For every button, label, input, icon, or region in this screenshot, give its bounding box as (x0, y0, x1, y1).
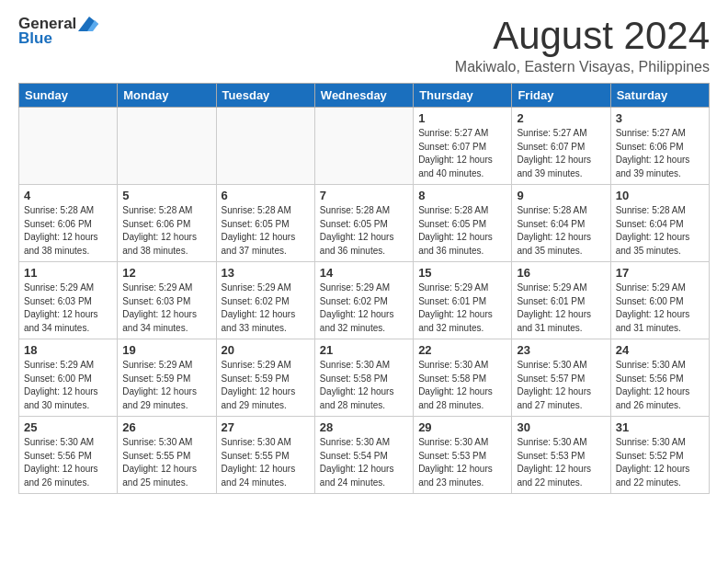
calendar-cell (314, 108, 413, 185)
day-number: 7 (320, 189, 408, 202)
day-info: Sunrise: 5:29 AM Sunset: 6:02 PM Dayligh… (320, 282, 408, 335)
header-friday: Friday (512, 84, 610, 108)
day-number: 15 (418, 266, 506, 280)
day-number: 9 (517, 189, 605, 202)
header-monday: Monday (118, 84, 216, 108)
day-info: Sunrise: 5:30 AM Sunset: 5:54 PM Dayligh… (320, 436, 408, 489)
calendar-cell: 22Sunrise: 5:30 AM Sunset: 5:58 PM Dayli… (414, 339, 512, 417)
day-info: Sunrise: 5:28 AM Sunset: 6:05 PM Dayligh… (320, 204, 408, 258)
day-number: 5 (122, 189, 210, 202)
day-number: 30 (517, 420, 605, 434)
day-number: 8 (418, 189, 506, 202)
day-info: Sunrise: 5:30 AM Sunset: 5:58 PM Dayligh… (320, 359, 408, 412)
location: Makiwalo, Eastern Visayas, Philippines (455, 59, 710, 75)
day-number: 1 (418, 111, 506, 125)
day-info: Sunrise: 5:30 AM Sunset: 5:53 PM Dayligh… (517, 436, 605, 489)
calendar-cell: 13Sunrise: 5:29 AM Sunset: 6:02 PM Dayli… (216, 262, 314, 339)
week-row-3: 11Sunrise: 5:29 AM Sunset: 6:03 PM Dayli… (19, 262, 710, 339)
calendar-cell: 28Sunrise: 5:30 AM Sunset: 5:54 PM Dayli… (314, 417, 413, 494)
calendar-cell: 18Sunrise: 5:29 AM Sunset: 6:00 PM Dayli… (19, 339, 118, 417)
header-sunday: Sunday (19, 84, 118, 108)
day-info: Sunrise: 5:30 AM Sunset: 5:55 PM Dayligh… (222, 436, 310, 489)
calendar-cell: 12Sunrise: 5:29 AM Sunset: 6:03 PM Dayli… (118, 262, 216, 339)
day-number: 4 (24, 189, 112, 202)
day-info: Sunrise: 5:29 AM Sunset: 5:59 PM Dayligh… (122, 359, 210, 412)
calendar-cell: 19Sunrise: 5:29 AM Sunset: 5:59 PM Dayli… (118, 339, 216, 417)
day-number: 3 (616, 111, 704, 125)
calendar: SundayMondayTuesdayWednesdayThursdayFrid… (18, 83, 710, 494)
day-info: Sunrise: 5:29 AM Sunset: 6:02 PM Dayligh… (222, 282, 310, 335)
calendar-cell: 6Sunrise: 5:28 AM Sunset: 6:05 PM Daylig… (216, 185, 314, 262)
logo-icon (78, 17, 98, 31)
header-saturday: Saturday (610, 84, 709, 108)
calendar-cell: 31Sunrise: 5:30 AM Sunset: 5:52 PM Dayli… (610, 417, 709, 494)
day-number: 20 (222, 343, 310, 357)
day-number: 16 (517, 266, 605, 280)
calendar-cell: 21Sunrise: 5:30 AM Sunset: 5:58 PM Dayli… (314, 339, 413, 417)
day-info: Sunrise: 5:29 AM Sunset: 6:00 PM Dayligh… (616, 282, 704, 335)
calendar-cell: 5Sunrise: 5:28 AM Sunset: 6:06 PM Daylig… (118, 185, 216, 262)
day-info: Sunrise: 5:29 AM Sunset: 6:03 PM Dayligh… (24, 282, 112, 335)
day-number: 22 (418, 343, 506, 357)
day-number: 21 (320, 343, 408, 357)
calendar-cell (118, 108, 216, 185)
day-info: Sunrise: 5:30 AM Sunset: 5:52 PM Dayligh… (616, 436, 704, 489)
day-number: 13 (222, 266, 310, 280)
day-number: 28 (320, 420, 408, 434)
title-block: August 2024 Makiwalo, Eastern Visayas, P… (455, 15, 710, 75)
day-info: Sunrise: 5:30 AM Sunset: 5:56 PM Dayligh… (24, 436, 112, 489)
day-number: 6 (222, 189, 310, 202)
calendar-cell: 10Sunrise: 5:28 AM Sunset: 6:04 PM Dayli… (610, 185, 709, 262)
calendar-cell: 7Sunrise: 5:28 AM Sunset: 6:05 PM Daylig… (314, 185, 413, 262)
logo-blue: Blue (18, 29, 52, 48)
calendar-body: 1Sunrise: 5:27 AM Sunset: 6:07 PM Daylig… (19, 108, 710, 494)
day-info: Sunrise: 5:27 AM Sunset: 6:07 PM Dayligh… (517, 127, 605, 180)
day-info: Sunrise: 5:29 AM Sunset: 6:01 PM Dayligh… (418, 282, 506, 335)
calendar-cell: 2Sunrise: 5:27 AM Sunset: 6:07 PM Daylig… (512, 108, 610, 185)
calendar-cell: 29Sunrise: 5:30 AM Sunset: 5:53 PM Dayli… (414, 417, 512, 494)
day-info: Sunrise: 5:29 AM Sunset: 6:03 PM Dayligh… (122, 282, 210, 335)
day-info: Sunrise: 5:30 AM Sunset: 5:56 PM Dayligh… (616, 359, 704, 412)
calendar-cell: 4Sunrise: 5:28 AM Sunset: 6:06 PM Daylig… (19, 185, 118, 262)
day-number: 18 (24, 343, 112, 357)
day-info: Sunrise: 5:28 AM Sunset: 6:04 PM Dayligh… (517, 204, 605, 258)
day-number: 14 (320, 266, 408, 280)
day-info: Sunrise: 5:30 AM Sunset: 5:58 PM Dayligh… (418, 359, 506, 412)
month-title: August 2024 (455, 15, 710, 57)
calendar-cell: 20Sunrise: 5:29 AM Sunset: 5:59 PM Dayli… (216, 339, 314, 417)
day-info: Sunrise: 5:28 AM Sunset: 6:05 PM Dayligh… (418, 204, 506, 258)
calendar-cell: 15Sunrise: 5:29 AM Sunset: 6:01 PM Dayli… (414, 262, 512, 339)
day-info: Sunrise: 5:29 AM Sunset: 6:01 PM Dayligh… (517, 282, 605, 335)
day-number: 17 (616, 266, 704, 280)
day-info: Sunrise: 5:30 AM Sunset: 5:53 PM Dayligh… (418, 436, 506, 489)
day-info: Sunrise: 5:27 AM Sunset: 6:07 PM Dayligh… (418, 127, 506, 180)
day-number: 27 (222, 420, 310, 434)
calendar-cell: 17Sunrise: 5:29 AM Sunset: 6:00 PM Dayli… (610, 262, 709, 339)
day-number: 11 (24, 266, 112, 280)
calendar-cell: 14Sunrise: 5:29 AM Sunset: 6:02 PM Dayli… (314, 262, 413, 339)
day-info: Sunrise: 5:28 AM Sunset: 6:06 PM Dayligh… (122, 204, 210, 258)
day-info: Sunrise: 5:28 AM Sunset: 6:06 PM Dayligh… (24, 204, 112, 258)
calendar-cell: 9Sunrise: 5:28 AM Sunset: 6:04 PM Daylig… (512, 185, 610, 262)
calendar-cell (216, 108, 314, 185)
week-row-2: 4Sunrise: 5:28 AM Sunset: 6:06 PM Daylig… (19, 185, 710, 262)
calendar-cell (19, 108, 118, 185)
calendar-cell: 23Sunrise: 5:30 AM Sunset: 5:57 PM Dayli… (512, 339, 610, 417)
day-number: 2 (517, 111, 605, 125)
week-row-5: 25Sunrise: 5:30 AM Sunset: 5:56 PM Dayli… (19, 417, 710, 494)
day-number: 23 (517, 343, 605, 357)
calendar-cell: 30Sunrise: 5:30 AM Sunset: 5:53 PM Dayli… (512, 417, 610, 494)
week-row-4: 18Sunrise: 5:29 AM Sunset: 6:00 PM Dayli… (19, 339, 710, 417)
day-number: 29 (418, 420, 506, 434)
day-info: Sunrise: 5:29 AM Sunset: 6:00 PM Dayligh… (24, 359, 112, 412)
day-number: 26 (122, 420, 210, 434)
header-wednesday: Wednesday (314, 84, 413, 108)
day-number: 10 (616, 189, 704, 202)
calendar-cell: 26Sunrise: 5:30 AM Sunset: 5:55 PM Dayli… (118, 417, 216, 494)
day-info: Sunrise: 5:29 AM Sunset: 5:59 PM Dayligh… (222, 359, 310, 412)
day-number: 31 (616, 420, 704, 434)
day-info: Sunrise: 5:30 AM Sunset: 5:55 PM Dayligh… (122, 436, 210, 489)
calendar-header: SundayMondayTuesdayWednesdayThursdayFrid… (19, 84, 710, 108)
calendar-cell: 3Sunrise: 5:27 AM Sunset: 6:06 PM Daylig… (610, 108, 709, 185)
day-number: 19 (122, 343, 210, 357)
